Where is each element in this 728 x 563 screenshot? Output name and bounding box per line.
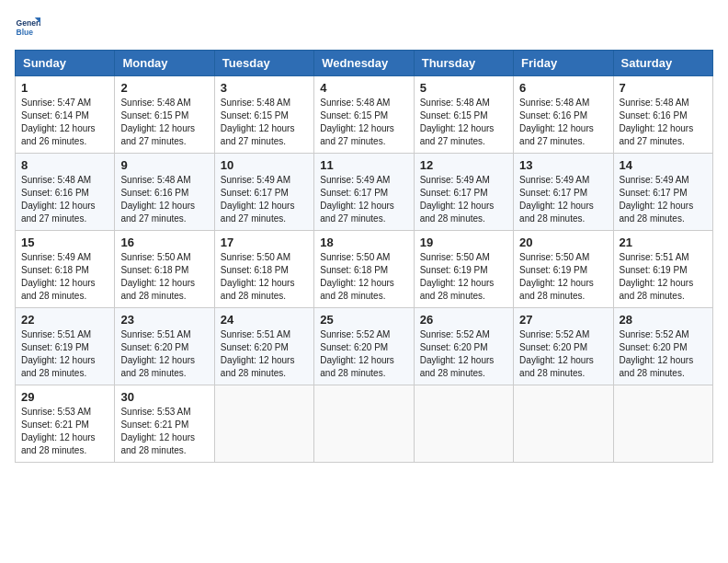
day-info: Sunrise: 5:48 AMSunset: 6:15 PMDaylight:… [420,97,507,148]
day-number: 24 [221,313,308,327]
day-number: 13 [519,158,607,172]
calendar-cell: 2Sunrise: 5:48 AMSunset: 6:15 PMDaylight… [115,76,214,154]
calendar-body: 1Sunrise: 5:47 AMSunset: 6:14 PMDaylight… [16,76,713,463]
weekday-header-friday: Friday [514,51,613,76]
day-info: Sunrise: 5:49 AMSunset: 6:17 PMDaylight:… [420,174,507,225]
day-info: Sunrise: 5:50 AMSunset: 6:18 PMDaylight:… [120,251,208,303]
calendar-cell: 16Sunrise: 5:50 AMSunset: 6:18 PMDayligh… [115,231,214,308]
day-info: Sunrise: 5:49 AMSunset: 6:17 PMDaylight:… [320,174,407,225]
calendar-week-row: 1Sunrise: 5:47 AMSunset: 6:14 PMDaylight… [16,76,713,154]
day-info: Sunrise: 5:51 AMSunset: 6:20 PMDaylight:… [221,328,308,380]
calendar-week-row: 15Sunrise: 5:49 AMSunset: 6:18 PMDayligh… [16,231,713,308]
day-info: Sunrise: 5:52 AMSunset: 6:20 PMDaylight:… [620,328,707,380]
day-number: 1 [21,81,108,95]
day-number: 4 [320,81,407,95]
day-number: 2 [120,81,208,95]
day-number: 6 [519,81,607,95]
day-number: 5 [420,81,507,95]
day-info: Sunrise: 5:49 AMSunset: 6:17 PMDaylight:… [519,174,607,225]
day-info: Sunrise: 5:48 AMSunset: 6:15 PMDaylight:… [120,97,208,148]
calendar-cell: 30Sunrise: 5:53 AMSunset: 6:21 PMDayligh… [115,385,214,463]
calendar-cell [214,385,313,463]
calendar-header-row: SundayMondayTuesdayWednesdayThursdayFrid… [16,51,713,76]
calendar-cell: 3Sunrise: 5:48 AMSunset: 6:15 PMDaylight… [214,76,313,154]
day-number: 28 [620,313,707,327]
day-number: 27 [519,313,607,327]
day-number: 12 [420,158,507,172]
day-info: Sunrise: 5:50 AMSunset: 6:18 PMDaylight:… [320,251,407,303]
weekday-header-tuesday: Tuesday [214,51,313,76]
day-number: 3 [221,81,308,95]
calendar-cell: 20Sunrise: 5:50 AMSunset: 6:19 PMDayligh… [514,231,613,308]
calendar-cell: 10Sunrise: 5:49 AMSunset: 6:17 PMDayligh… [214,154,313,231]
day-info: Sunrise: 5:53 AMSunset: 6:21 PMDaylight:… [120,406,208,457]
calendar-table: SundayMondayTuesdayWednesdayThursdayFrid… [15,50,713,463]
day-info: Sunrise: 5:48 AMSunset: 6:15 PMDaylight:… [320,97,407,148]
day-number: 17 [221,236,308,249]
calendar-cell: 14Sunrise: 5:49 AMSunset: 6:17 PMDayligh… [613,154,712,231]
calendar-cell [613,385,712,463]
calendar-cell: 21Sunrise: 5:51 AMSunset: 6:19 PMDayligh… [613,231,712,308]
day-number: 11 [320,158,407,172]
day-info: Sunrise: 5:50 AMSunset: 6:18 PMDaylight:… [221,251,308,303]
calendar-cell: 23Sunrise: 5:51 AMSunset: 6:20 PMDayligh… [115,308,214,385]
calendar-cell: 25Sunrise: 5:52 AMSunset: 6:20 PMDayligh… [314,308,414,385]
day-info: Sunrise: 5:48 AMSunset: 6:16 PMDaylight:… [519,97,607,148]
day-info: Sunrise: 5:48 AMSunset: 6:16 PMDaylight:… [120,174,208,225]
day-info: Sunrise: 5:53 AMSunset: 6:21 PMDaylight:… [21,406,108,457]
calendar-cell: 27Sunrise: 5:52 AMSunset: 6:20 PMDayligh… [514,308,613,385]
day-info: Sunrise: 5:52 AMSunset: 6:20 PMDaylight:… [320,328,407,380]
day-info: Sunrise: 5:50 AMSunset: 6:19 PMDaylight:… [519,251,607,303]
logo-icon: General Blue [15,15,40,40]
day-number: 19 [420,236,507,249]
day-info: Sunrise: 5:51 AMSunset: 6:19 PMDaylight:… [21,328,108,380]
logo: General Blue [15,15,44,40]
day-info: Sunrise: 5:52 AMSunset: 6:20 PMDaylight:… [519,328,607,380]
calendar-cell: 5Sunrise: 5:48 AMSunset: 6:15 PMDaylight… [414,76,513,154]
day-number: 29 [21,390,108,404]
day-info: Sunrise: 5:49 AMSunset: 6:17 PMDaylight:… [620,174,707,225]
calendar-cell: 12Sunrise: 5:49 AMSunset: 6:17 PMDayligh… [414,154,513,231]
day-info: Sunrise: 5:51 AMSunset: 6:19 PMDaylight:… [620,251,707,303]
day-number: 8 [21,158,108,172]
weekday-header-sunday: Sunday [16,51,115,76]
calendar-cell [514,385,613,463]
day-number: 23 [120,313,208,327]
calendar-cell: 17Sunrise: 5:50 AMSunset: 6:18 PMDayligh… [214,231,313,308]
day-number: 25 [320,313,407,327]
calendar-cell: 19Sunrise: 5:50 AMSunset: 6:19 PMDayligh… [414,231,513,308]
day-info: Sunrise: 5:47 AMSunset: 6:14 PMDaylight:… [21,97,108,148]
calendar-cell: 24Sunrise: 5:51 AMSunset: 6:20 PMDayligh… [214,308,313,385]
calendar-cell: 4Sunrise: 5:48 AMSunset: 6:15 PMDaylight… [314,76,414,154]
day-info: Sunrise: 5:51 AMSunset: 6:20 PMDaylight:… [120,328,208,380]
day-number: 30 [120,390,208,404]
calendar-cell: 28Sunrise: 5:52 AMSunset: 6:20 PMDayligh… [613,308,712,385]
weekday-header-saturday: Saturday [613,51,712,76]
day-number: 20 [519,236,607,249]
calendar-cell: 8Sunrise: 5:48 AMSunset: 6:16 PMDaylight… [16,154,115,231]
calendar-cell: 11Sunrise: 5:49 AMSunset: 6:17 PMDayligh… [314,154,414,231]
weekday-header-monday: Monday [115,51,214,76]
day-info: Sunrise: 5:50 AMSunset: 6:19 PMDaylight:… [420,251,507,303]
calendar-week-row: 29Sunrise: 5:53 AMSunset: 6:21 PMDayligh… [16,385,713,463]
day-info: Sunrise: 5:48 AMSunset: 6:15 PMDaylight:… [221,97,308,148]
weekday-header-wednesday: Wednesday [314,51,414,76]
day-number: 15 [21,236,108,249]
day-number: 14 [620,158,707,172]
day-number: 22 [21,313,108,327]
weekday-header-thursday: Thursday [414,51,513,76]
calendar-week-row: 22Sunrise: 5:51 AMSunset: 6:19 PMDayligh… [16,308,713,385]
day-number: 9 [120,158,208,172]
calendar-cell [314,385,414,463]
day-info: Sunrise: 5:48 AMSunset: 6:16 PMDaylight:… [620,97,707,148]
page-header: General Blue [15,15,713,40]
calendar-cell: 26Sunrise: 5:52 AMSunset: 6:20 PMDayligh… [414,308,513,385]
calendar-cell: 18Sunrise: 5:50 AMSunset: 6:18 PMDayligh… [314,231,414,308]
calendar-cell: 15Sunrise: 5:49 AMSunset: 6:18 PMDayligh… [16,231,115,308]
calendar-cell: 9Sunrise: 5:48 AMSunset: 6:16 PMDaylight… [115,154,214,231]
calendar-cell: 13Sunrise: 5:49 AMSunset: 6:17 PMDayligh… [514,154,613,231]
day-number: 7 [620,81,707,95]
calendar-cell: 1Sunrise: 5:47 AMSunset: 6:14 PMDaylight… [16,76,115,154]
calendar-week-row: 8Sunrise: 5:48 AMSunset: 6:16 PMDaylight… [16,154,713,231]
svg-text:General: General [17,18,40,28]
